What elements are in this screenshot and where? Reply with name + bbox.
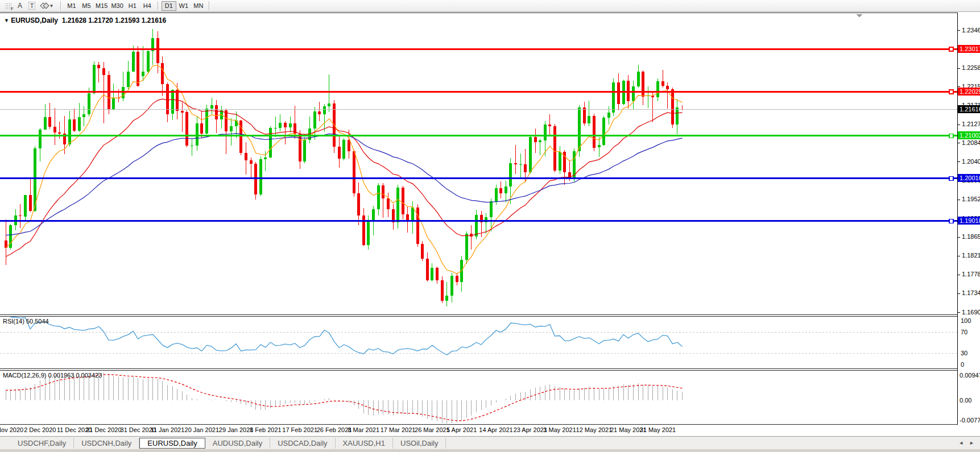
timeframe-button-mn[interactable]: MN <box>191 1 206 11</box>
price-tick-mark <box>958 256 960 256</box>
timeframe-bar: M1M5M15M30H1H4D1W1MN <box>64 1 213 11</box>
price-tick-label: 1.18210 <box>962 252 980 259</box>
ohlc-close: 1.21616 <box>142 16 166 24</box>
price-tick-mark <box>958 143 960 143</box>
price-tick-mark <box>958 68 960 69</box>
tab-eurusd[interactable]: EURUSD,Daily <box>139 438 205 449</box>
grid-f-label: F <box>11 6 14 11</box>
ohlc-low: 1.21593 <box>115 16 139 24</box>
tab-usdchf[interactable]: USDCHF,Daily <box>10 438 74 449</box>
tab-scroll-arrows: ◄► <box>958 440 974 446</box>
tab-scroll-left-icon[interactable]: ◄ <box>958 440 964 446</box>
timeframe-button-m5[interactable]: M5 <box>79 1 94 11</box>
price-tick-label: 1.17780 <box>962 271 980 277</box>
price-level-badge: 1.23017 <box>958 45 980 53</box>
price-tick-mark <box>958 312 960 313</box>
chart-title: ▼ EURUSD,Daily 1.21628 1.21720 1.21593 1… <box>4 16 166 24</box>
dot-grid-icon <box>5 3 11 9</box>
date-axis[interactable]: 23 Nov 20202 Dec 202011 Dec 202021 Dec 2… <box>0 425 980 436</box>
price-level-badge: 1.21616 <box>958 105 980 113</box>
grid-template-icon[interactable]: F <box>3 1 13 10</box>
price-tick-label: 1.20840 <box>962 139 980 146</box>
toolbar-separator <box>209 1 210 10</box>
tab-xauusd[interactable]: XAUUSD,H1 <box>336 438 393 449</box>
rsi-scale-label: 0 <box>961 361 964 368</box>
timeframe-button-m1[interactable]: M1 <box>64 1 79 11</box>
price-tick-label: 1.16900 <box>962 309 980 316</box>
chart-collapse-icon[interactable]: ▼ <box>4 18 9 23</box>
price-axis[interactable]: 1.234601.230201.225801.221501.217101.212… <box>957 13 980 425</box>
rsi-plot <box>11 317 683 355</box>
price-tick-label: 1.21270 <box>962 121 980 127</box>
price-tick-mark <box>958 125 960 125</box>
top-toolbar: F A T ▼ M1M5M15M30H1H4D1W1MN <box>0 0 980 12</box>
price-tick-label: 1.17340 <box>962 289 980 296</box>
price-tick-mark <box>958 275 960 275</box>
timeframe-button-h4[interactable]: H4 <box>140 1 155 11</box>
chart-shift-marker-icon[interactable] <box>857 14 862 18</box>
symbol-period-label: EURUSD,Daily <box>11 16 58 24</box>
chart-area: 1.234601.230201.225801.221501.217101.212… <box>0 13 980 425</box>
macd-scale-label: 0.00 <box>960 397 971 404</box>
price-tick-mark <box>958 30 960 31</box>
ohlc-high: 1.21720 <box>88 16 113 24</box>
timeframe-button-m30[interactable]: M30 <box>109 1 125 11</box>
price-tick-mark <box>958 86 960 87</box>
chevron-down-icon: ▼ <box>49 3 54 9</box>
price-tick-label: 1.20400 <box>962 158 980 165</box>
tab-audusd[interactable]: AUDUSD,Daily <box>205 438 270 449</box>
price-tick-mark <box>958 293 960 294</box>
ohlc-open: 1.21628 <box>62 16 86 24</box>
macd-scale-label: -0.00777 <box>960 417 980 424</box>
price-tick-label: 1.22580 <box>962 64 980 71</box>
price-tick-mark <box>958 200 960 200</box>
timeframe-button-w1[interactable]: W1 <box>176 1 191 11</box>
tab-usoil[interactable]: USOil,Daily <box>393 438 446 449</box>
date-label: 31 May 2021 <box>634 426 681 433</box>
price-tick-mark <box>958 161 960 162</box>
ma-fast-line <box>6 65 683 274</box>
price-level-badge: 1.21002 <box>958 131 980 139</box>
price-tick-label: 1.23460 <box>962 27 980 34</box>
symbol-tabs: USDCHF,DailyUSDCNH,DailyEURUSD,DailyAUDU… <box>0 436 980 449</box>
price-tick-label: 1.18650 <box>962 233 980 240</box>
tab-usdcad[interactable]: USDCAD,Daily <box>270 438 335 449</box>
price-tick-mark <box>958 237 960 238</box>
shapes-tool-icon[interactable]: ▼ <box>39 1 56 10</box>
rsi-label: RSI(14) 50.5044 <box>3 318 49 325</box>
text-a-label: A <box>18 2 22 10</box>
timeframe-button-d1[interactable]: D1 <box>162 1 176 11</box>
rsi-scale-label: 70 <box>961 329 967 335</box>
macd-scale-label: 0.009478 <box>960 372 980 379</box>
price-tick-label: 1.19520 <box>962 196 980 202</box>
price-level-badge: 1.19018 <box>958 217 980 225</box>
bottom-strip <box>0 449 980 452</box>
toolbar-separator <box>158 1 159 10</box>
text-label-tool-icon[interactable]: T <box>27 1 37 10</box>
price-level-badge: 1.22025 <box>958 88 980 96</box>
macd-plot <box>6 372 683 424</box>
text-t-label: T <box>28 2 36 10</box>
macd-label: MACD(12,26,9) 0.001963 0.003423 <box>3 372 102 379</box>
arrow-text-tool-icon[interactable]: A <box>15 1 25 10</box>
rsi-scale-label: 100 <box>961 317 971 324</box>
mt4-window: F A T ▼ M1M5M15M30H1H4D1W1MN 1.234601.23… <box>0 0 980 452</box>
tab-usdcnh[interactable]: USDCNH,Daily <box>74 438 139 449</box>
toolbar-separator <box>60 1 61 10</box>
price-level-badge: 1.20010 <box>958 174 980 182</box>
timeframe-button-m15[interactable]: M15 <box>94 1 109 11</box>
tab-scroll-right-icon[interactable]: ► <box>969 440 974 446</box>
rsi-scale-label: 30 <box>961 350 967 356</box>
timeframe-button-h1[interactable]: H1 <box>125 1 140 11</box>
price-chart-canvas[interactable] <box>0 13 957 425</box>
